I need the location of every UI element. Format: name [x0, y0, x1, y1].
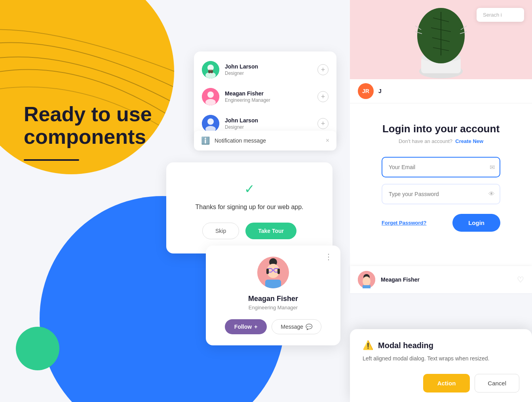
skip-button[interactable]: Skip: [202, 223, 239, 239]
password-input-group: 👁: [382, 184, 500, 204]
search-placeholder: Serach i: [483, 12, 502, 18]
user-avatar-1: [202, 61, 219, 78]
warning-icon: ⚠️: [363, 340, 373, 351]
profile-role: Engineering Manager: [217, 305, 329, 311]
plant-image: Serach i: [350, 0, 532, 79]
profile-avatar: [257, 257, 289, 288]
modal-heading-row: ⚠️ Modal heading: [363, 340, 519, 351]
profile-card: ⋮ Meagan Fisher Engineer: [206, 246, 340, 345]
search-bar[interactable]: Serach i: [477, 8, 524, 22]
svg-point-9: [205, 99, 216, 105]
user-name-2: Meagan Fisher: [225, 90, 312, 97]
heart-icon[interactable]: ♡: [517, 275, 524, 284]
email-icon: ✉: [490, 164, 495, 171]
svg-rect-22: [277, 269, 280, 274]
svg-point-3: [205, 72, 216, 78]
message-button[interactable]: Message 💬: [272, 319, 321, 334]
svg-point-8: [207, 91, 214, 98]
take-tour-button[interactable]: Take Tour: [245, 223, 296, 239]
cancel-button[interactable]: Cancel: [475, 374, 519, 392]
profile-menu-icon[interactable]: ⋮: [325, 252, 332, 261]
password-field[interactable]: [382, 184, 500, 204]
modal-actions: Action Cancel: [363, 374, 519, 392]
user-name-1: John Larson: [225, 63, 312, 70]
user-role-1: Designer: [225, 70, 312, 76]
modal-panel: ⚠️ Modal heading Left aligned modal dial…: [350, 329, 532, 402]
hero-title: Ready to use components: [24, 103, 152, 148]
message-icon: 💬: [306, 324, 312, 330]
login-subtitle: Don't have an account? Create New: [382, 138, 500, 144]
login-panel: Login into your account Don't have an ac…: [350, 107, 532, 251]
svg-point-5: [208, 71, 211, 73]
login-button[interactable]: Login: [452, 214, 500, 232]
add-user-button-2[interactable]: +: [317, 91, 329, 102]
forget-password-link[interactable]: Forget Password?: [382, 220, 426, 226]
svg-point-39: [363, 276, 370, 286]
profile-actions: Follow + Message 💬: [217, 319, 329, 334]
svg-rect-20: [265, 280, 281, 288]
add-user-button-3[interactable]: +: [317, 118, 329, 129]
action-button[interactable]: Action: [423, 374, 470, 392]
login-title: Login into your account: [382, 123, 500, 135]
svg-rect-21: [266, 269, 269, 274]
email-field[interactable]: [382, 157, 500, 177]
eye-icon[interactable]: 👁: [488, 191, 495, 198]
modal-body: Left aligned modal dialog. Text wraps wh…: [363, 354, 519, 363]
email-input-group: ✉: [382, 157, 500, 177]
user-avatar-3: [202, 115, 219, 132]
meagan-row-name: Meagan Fisher: [381, 276, 420, 283]
people-avatar-jr: JR: [358, 83, 374, 99]
signup-card: ✓ Thanks for signing up for our web app.…: [166, 162, 332, 253]
close-icon[interactable]: ×: [326, 137, 329, 144]
modal-heading: Modal heading: [378, 341, 433, 350]
user-info-1: John Larson Designer: [225, 63, 312, 76]
notification-card: ℹ️ Notification message ×: [194, 131, 336, 151]
people-name-1: J: [378, 88, 382, 94]
follow-button[interactable]: Follow +: [225, 319, 267, 334]
meagan-avatar: [358, 271, 375, 288]
svg-rect-40: [363, 285, 370, 288]
signup-buttons: Skip Take Tour: [202, 223, 296, 239]
svg-point-6: [211, 71, 213, 73]
user-list-card: John Larson Designer + Meagan Fisher Eng…: [194, 51, 336, 142]
login-actions: Forget Password? Login: [382, 214, 500, 232]
info-icon: ℹ️: [201, 136, 210, 145]
create-new-link[interactable]: Create New: [455, 138, 483, 144]
meagan-row: Meagan Fisher ♡: [350, 266, 532, 293]
bg-green-small-circle: [16, 327, 59, 370]
people-item-1: JR J: [350, 79, 532, 103]
user-name-3: John Larson: [225, 117, 312, 124]
check-icon: ✓: [244, 181, 255, 196]
user-info-3: John Larson Designer: [225, 117, 312, 130]
user-list-item: John Larson Designer +: [194, 56, 336, 83]
add-user-button-1[interactable]: +: [317, 64, 329, 75]
plus-icon: +: [254, 324, 257, 330]
hero-divider: [24, 159, 79, 161]
svg-point-11: [207, 118, 214, 125]
profile-avatar-wrap: [217, 257, 329, 288]
signup-message: Thanks for signing up for our web app.: [195, 204, 303, 211]
user-role-2: Engineering Manager: [225, 97, 312, 103]
notification-text: Notification message: [215, 137, 321, 144]
user-list-item: Meagan Fisher Engineering Manager +: [194, 83, 336, 110]
user-role-3: Designer: [225, 124, 312, 130]
hero-section: Ready to use components: [24, 103, 152, 161]
user-avatar-2: [202, 88, 219, 105]
user-info-2: Meagan Fisher Engineering Manager: [225, 90, 312, 103]
profile-name: Meagan Fisher: [217, 295, 329, 303]
